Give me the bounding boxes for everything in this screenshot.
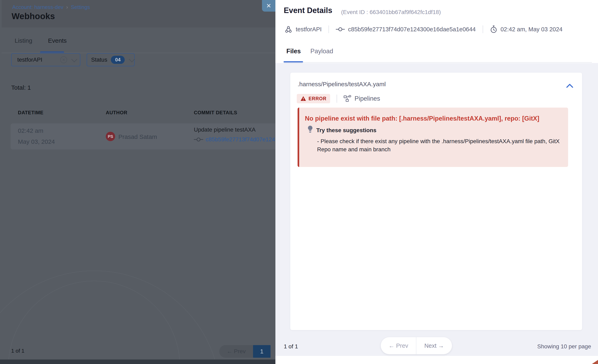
event-details-drawer: Event Details (Event ID : 663401bb67af9f… — [275, 0, 598, 364]
tab-listing[interactable]: Listing — [15, 37, 32, 44]
prev-page-button[interactable]: ← Prev — [381, 337, 416, 354]
webhook-filter-value: testforAPI — [17, 57, 42, 63]
drawer-title: Event Details — [284, 6, 332, 15]
row-author: Prasad Satam — [118, 133, 157, 140]
close-drawer-button[interactable]: ✕ — [262, 0, 275, 12]
file-result-card: .harness/Pipelines/testAXA.yaml ERROR — [290, 72, 582, 330]
commit-hash-link[interactable]: c85b59fe27713f74d07e124300e16dae5a1e0644 — [206, 136, 275, 143]
chevron-down-icon[interactable] — [129, 56, 135, 62]
event-meta-row: testforAPI c85b59fe27713f74d07e124300e16… — [284, 25, 562, 34]
warning-triangle-icon — [300, 96, 306, 101]
status-filter-label: Status — [91, 57, 107, 63]
corner-decoration — [592, 360, 598, 364]
table-row[interactable]: 02:42 am May 03, 2024 PS Prasad Satam Up… — [11, 124, 275, 149]
webhook-filter-dropdown[interactable]: testforAPI ✕ — [11, 53, 80, 66]
avatar: PS — [106, 132, 115, 141]
drawer-pagination: ← Prev Next → — [381, 337, 452, 354]
meta-commit: c85b59fe27713f74d07e124300e16dae5a1e0644 — [336, 26, 475, 33]
error-status-badge: ERROR — [297, 94, 330, 103]
webhook-icon — [284, 25, 292, 33]
status-count-badge: 04 — [111, 56, 125, 64]
chevron-up-icon[interactable] — [566, 83, 573, 88]
meta-webhook: testforAPI — [284, 25, 322, 33]
meta-time-value: 02:42 am, May 03 2024 — [501, 26, 563, 33]
per-page-label: Showing 10 per page — [537, 343, 591, 350]
meta-commit-hash: c85b59fe27713f74d07e124300e16dae5a1e0644 — [348, 26, 475, 33]
lightbulb-icon — [307, 125, 313, 134]
drawer-body: .harness/Pipelines/testAXA.yaml ERROR — [275, 63, 598, 356]
webhooks-page-dimmed: Account: harness-dev › Settings Webhooks… — [0, 0, 275, 364]
suggestions-heading: Try these suggestions — [316, 127, 376, 134]
column-header-commit-details: COMMIT DETAILS — [194, 110, 237, 116]
error-message-box: No pipeline exist with file path: [.harn… — [298, 108, 568, 167]
page-title: Webhooks — [12, 11, 55, 21]
column-header-datetime: DATETIME — [18, 110, 43, 116]
error-message: No pipeline exist with file path: [.harn… — [305, 115, 539, 122]
bottom-bar — [0, 360, 275, 364]
tab-events[interactable]: Events — [48, 37, 67, 44]
column-header-author: AUTHOR — [106, 110, 127, 116]
chevron-down-icon[interactable] — [71, 56, 77, 62]
pipelines-icon — [344, 95, 351, 102]
background-arc-decoration — [0, 271, 221, 364]
clear-filter-icon[interactable]: ✕ — [60, 56, 67, 63]
breadcrumb-separator: › — [66, 4, 68, 10]
entity-type: Pipelines — [344, 95, 380, 102]
commit-icon — [336, 27, 345, 32]
drawer-page-summary: 1 of 1 — [284, 343, 298, 350]
file-path: .harness/Pipelines/testAXA.yaml — [298, 81, 386, 88]
row-commit-message: Update pipeline testAXA — [194, 126, 256, 133]
event-id: (Event ID : 663401bb67af9f642fc1df18) — [341, 9, 441, 16]
drawer-bottom-strip — [275, 356, 598, 364]
next-page-button[interactable]: Next → — [416, 337, 452, 354]
commit-icon — [194, 137, 203, 142]
breadcrumb-account-link[interactable]: Account: harness-dev — [12, 4, 63, 10]
tab-files[interactable]: Files — [286, 48, 301, 55]
meta-separator — [329, 25, 329, 33]
status-filter-dropdown[interactable]: Status 04 — [87, 53, 135, 66]
meta-separator — [483, 25, 483, 33]
status-separator — [337, 95, 337, 103]
tabs-divider — [2, 53, 275, 53]
close-icon: ✕ — [266, 2, 271, 9]
pagination: ← Prev 1 — [219, 345, 271, 358]
total-count: Total: 1 — [11, 84, 31, 91]
tab-payload[interactable]: Payload — [310, 48, 333, 55]
meta-webhook-name: testforAPI — [296, 26, 322, 33]
page-summary: 1 of 1 — [11, 348, 25, 354]
prev-page-button[interactable]: ← Prev — [219, 345, 253, 358]
row-time: 02:42 am — [18, 127, 43, 134]
error-status-label: ERROR — [308, 96, 326, 101]
tabs-border — [283, 62, 592, 63]
meta-time: 02:42 am, May 03 2024 — [490, 25, 563, 33]
page-1-button[interactable]: 1 — [253, 345, 271, 358]
breadcrumb-settings-link[interactable]: Settings — [71, 4, 90, 10]
breadcrumb: Account: harness-dev › Settings — [12, 4, 90, 10]
suggestions-text: - Please check if there exist any pipeli… — [317, 137, 571, 154]
row-date: May 03, 2024 — [18, 138, 55, 145]
status-row: ERROR Pipelines — [297, 94, 380, 104]
clock-icon — [490, 25, 497, 33]
entity-type-label: Pipelines — [355, 95, 380, 102]
